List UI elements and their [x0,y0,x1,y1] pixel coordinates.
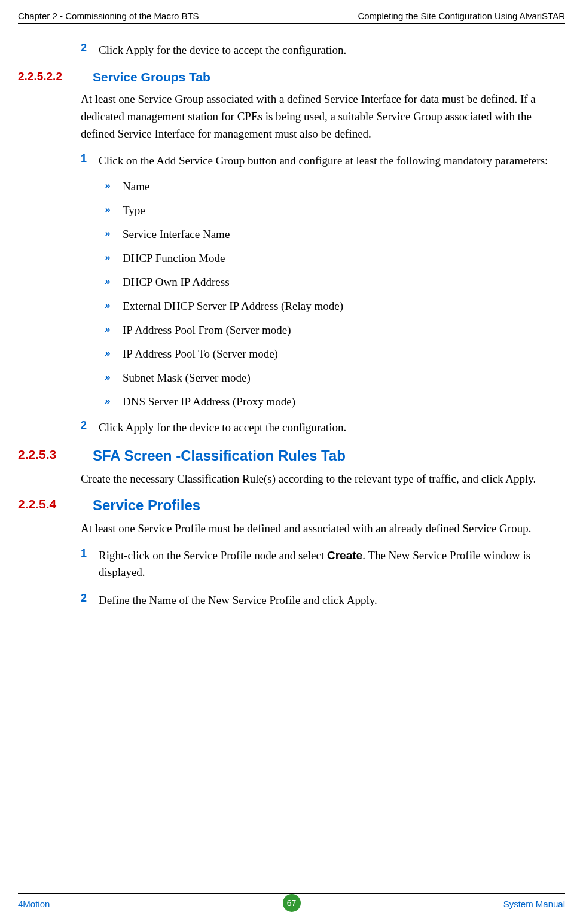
bullet-text: DHCP Own IP Address [123,276,230,289]
header-right: Completing the Site Configuration Using … [358,11,565,21]
page-content: 2 Click Apply for the device to accept t… [0,24,583,609]
step-item: 2 Define the Name of the New Service Pro… [81,592,565,609]
bullet-marker-icon: » [105,204,123,217]
bullet-marker-icon: » [105,252,123,265]
footer-left: 4Motion [18,899,50,909]
section-heading: 2.2.5.3 SFA Screen -Classification Rules… [18,447,565,464]
bullet-item: » Name [105,180,565,193]
bullet-text: Subnet Mask (Server mode) [123,371,251,385]
bullet-marker-icon: » [105,371,123,385]
body-paragraph: At least one Service Group associated wi… [81,90,565,143]
bullet-item: » Subnet Mask (Server mode) [105,371,565,385]
section-number: 2.2.5.2.2 [18,70,93,84]
step-item: 2 Click Apply for the device to accept t… [81,419,565,437]
step-number: 1 [81,153,99,170]
section-number: 2.2.5.3 [18,447,93,464]
footer-right: System Manual [503,899,565,909]
bullet-item: » DHCP Function Mode [105,252,565,265]
bullet-text: External DHCP Server IP Address (Relay m… [123,300,343,313]
footer-content: 4Motion 67 System Manual [18,899,565,909]
bold-text: Create [327,549,362,562]
bullet-item: » DNS Server IP Address (Proxy mode) [105,395,565,408]
step-text: Right-click on the Service Profile node … [99,547,565,581]
step-item: 1 Click on the Add Service Group button … [81,153,565,170]
page-header: Chapter 2 - Commissioning of the Macro B… [0,0,583,23]
bullet-text: IP Address Pool From (Server mode) [123,324,291,337]
step-text: Define the Name of the New Service Profi… [99,592,377,609]
bullet-text: DHCP Function Mode [123,252,225,265]
bullet-item: » IP Address Pool To (Server mode) [105,347,565,361]
bullet-item: » Service Interface Name [105,228,565,241]
section-number: 2.2.5.4 [18,497,93,514]
bullet-marker-icon: » [105,347,123,361]
bullet-marker-icon: » [105,228,123,241]
step-number: 2 [81,592,99,609]
section-heading: 2.2.5.2.2 Service Groups Tab [18,70,565,84]
bullet-text: Type [123,204,145,217]
bullet-text: IP Address Pool To (Server mode) [123,347,278,361]
section-heading: 2.2.5.4 Service Profiles [18,497,565,514]
bullet-marker-icon: » [105,276,123,289]
page-footer: 4Motion 67 System Manual [0,893,583,909]
step-number: 2 [81,419,99,437]
step-item: 2 Click Apply for the device to accept t… [81,42,565,59]
step-text-before: Right-click on the Service Profile node … [99,549,327,562]
bullet-marker-icon: » [105,395,123,408]
step-text: Click Apply for the device to accept the… [99,42,346,59]
bullet-item: » DHCP Own IP Address [105,276,565,289]
bullet-marker-icon: » [105,180,123,193]
step-item: 1 Right-click on the Service Profile nod… [81,547,565,581]
section-title: Service Profiles [93,497,200,514]
step-number: 1 [81,547,99,581]
header-left: Chapter 2 - Commissioning of the Macro B… [18,11,199,21]
step-number: 2 [81,42,99,59]
step-text: Click Apply for the device to accept the… [99,419,346,437]
bullet-marker-icon: » [105,300,123,313]
bullet-item: » External DHCP Server IP Address (Relay… [105,300,565,313]
section-title: SFA Screen -Classification Rules Tab [93,447,346,464]
bullet-text: Name [123,180,149,193]
bullet-item: » IP Address Pool From (Server mode) [105,324,565,337]
bullet-text: DNS Server IP Address (Proxy mode) [123,395,295,408]
section-title: Service Groups Tab [93,70,210,84]
body-paragraph: At least one Service Profile must be def… [81,520,565,537]
page-number: 67 [283,894,301,912]
bullet-marker-icon: » [105,324,123,337]
bullet-item: » Type [105,204,565,217]
bullet-text: Service Interface Name [123,228,230,241]
step-text: Click on the Add Service Group button an… [99,153,548,170]
body-paragraph: Create the necessary Classification Rule… [81,470,565,487]
